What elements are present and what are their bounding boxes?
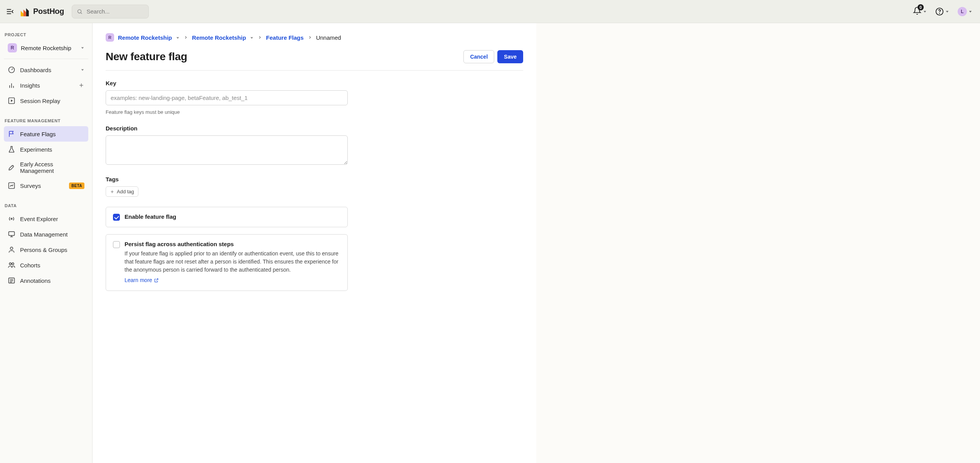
search-input[interactable] — [87, 8, 144, 15]
save-button[interactable]: Save — [497, 50, 523, 63]
nav-label: Data Management — [20, 231, 67, 238]
nav-label: Persons & Groups — [20, 247, 67, 253]
sidebar-item-event-explorer[interactable]: Event Explorer — [4, 211, 88, 226]
topbar-right: 0 L — [911, 5, 975, 18]
breadcrumb-org[interactable]: Remote Rocketship — [118, 34, 172, 41]
svg-rect-25 — [9, 231, 15, 235]
nav-label: Feature Flags — [20, 131, 56, 137]
caret-down-icon — [923, 10, 927, 14]
menu-toggle-button[interactable] — [5, 6, 15, 17]
logo[interactable]: PostHog — [20, 6, 64, 17]
flask-icon — [8, 145, 15, 153]
nav-label: Experiments — [20, 146, 52, 153]
add-tag-button[interactable]: Add tag — [106, 186, 138, 197]
nav-label: Annotations — [20, 277, 51, 284]
search-icon — [77, 8, 83, 15]
avatar: L — [958, 7, 967, 16]
plus-icon — [78, 82, 84, 88]
logo-mark-icon — [20, 6, 31, 17]
user-menu-button[interactable]: L — [956, 5, 974, 18]
breadcrumb-org-caret[interactable] — [176, 34, 180, 41]
caret-down-icon — [81, 46, 84, 50]
description-textarea[interactable] — [106, 135, 348, 165]
key-input[interactable] — [106, 90, 348, 105]
notification-count: 0 — [918, 4, 924, 10]
enable-flag-card: Enable feature flag — [106, 207, 348, 227]
persist-flag-checkbox[interactable] — [113, 241, 120, 248]
svg-point-6 — [78, 9, 81, 13]
project-badge: R — [8, 43, 17, 52]
nav-label: Session Replay — [20, 98, 60, 104]
chevron-right-icon — [258, 34, 262, 41]
sidebar-item-data-management[interactable]: Data Management — [4, 226, 88, 242]
breadcrumb-current: Unnamed — [316, 34, 341, 41]
play-square-icon — [8, 97, 15, 105]
breadcrumb: R Remote Rocketship Remote Rocketship Fe… — [106, 33, 523, 42]
list-icon — [8, 277, 15, 284]
persist-flag-label: Persist flag across authentication steps — [125, 241, 340, 247]
project-switcher[interactable]: R Remote Rocketship — [4, 40, 88, 56]
help-button[interactable] — [934, 6, 951, 17]
learn-more-link[interactable]: Learn more — [125, 276, 159, 284]
search-box[interactable] — [72, 5, 149, 19]
sidebar-item-early-access[interactable]: Early Access Management — [4, 157, 88, 178]
key-label: Key — [106, 80, 523, 86]
rocket-icon — [8, 164, 15, 171]
notifications-button[interactable]: 0 — [911, 5, 928, 18]
users-icon — [8, 261, 15, 269]
sidebar-item-annotations[interactable]: Annotations — [4, 273, 88, 288]
main: R Remote Rocketship Remote Rocketship Fe… — [93, 23, 536, 463]
plus-icon — [110, 189, 115, 194]
layout: PROJECT R Remote Rocketship Dashboards I… — [0, 23, 980, 463]
breadcrumb-section[interactable]: Feature Flags — [266, 34, 304, 41]
svg-marker-8 — [924, 11, 926, 12]
sidebar-heading-feature-management: FEATURE MANAGEMENT — [4, 115, 88, 126]
cancel-button[interactable]: Cancel — [463, 50, 494, 63]
divider — [4, 59, 88, 59]
title-row: New feature flag Cancel Save — [106, 50, 523, 63]
svg-marker-12 — [969, 11, 972, 12]
sidebar-heading-project: PROJECT — [4, 29, 88, 40]
chevron-right-icon — [184, 34, 188, 41]
topbar: PostHog 0 L — [0, 0, 980, 23]
caret-down-icon — [81, 68, 84, 72]
bar-chart-icon — [8, 81, 15, 89]
page-title: New feature flag — [106, 51, 187, 63]
sidebar-item-dashboards[interactable]: Dashboards — [4, 62, 88, 78]
sidebar-item-cohorts[interactable]: Cohorts — [4, 257, 88, 273]
tags-label: Tags — [106, 176, 523, 182]
nav-label: Early Access Management — [20, 161, 84, 174]
caret-down-icon — [176, 36, 180, 40]
brand-text: PostHog — [33, 7, 64, 16]
add-insight-button[interactable] — [78, 82, 84, 88]
broadcast-icon — [8, 215, 15, 223]
field-key: Key Feature flag keys must be unique — [106, 80, 523, 115]
sidebar-heading-data: DATA — [4, 200, 88, 211]
chart-line-icon — [8, 182, 15, 189]
beta-badge: BETA — [69, 182, 84, 189]
sidebar-item-session-replay[interactable]: Session Replay — [4, 93, 88, 108]
breadcrumb-project-caret[interactable] — [250, 34, 254, 41]
svg-marker-15 — [81, 69, 84, 71]
sidebar-item-experiments[interactable]: Experiments — [4, 142, 88, 157]
user-icon — [8, 246, 15, 253]
caret-down-icon — [945, 10, 949, 14]
sidebar-item-insights[interactable]: Insights — [4, 78, 88, 93]
breadcrumb-project[interactable]: Remote Rocketship — [192, 34, 246, 41]
enable-flag-checkbox[interactable] — [113, 214, 120, 221]
nav-label: Surveys — [20, 182, 41, 189]
nav-label: Insights — [20, 82, 40, 89]
sidebar-item-feature-flags[interactable]: Feature Flags — [4, 126, 88, 142]
svg-marker-13 — [81, 47, 84, 49]
breadcrumb-badge: R — [106, 33, 114, 42]
field-description: Description — [106, 125, 523, 166]
sidebar-item-persons-groups[interactable]: Persons & Groups — [4, 242, 88, 257]
flag-icon — [8, 130, 15, 138]
enable-flag-label: Enable feature flag — [125, 213, 176, 220]
external-link-icon — [154, 278, 159, 283]
svg-point-10 — [940, 13, 940, 14]
svg-marker-22 — [11, 100, 13, 102]
sidebar-item-surveys[interactable]: Surveys BETA — [4, 178, 88, 193]
persist-flag-description: If your feature flag is applied prior to… — [125, 250, 338, 273]
svg-marker-3 — [21, 11, 24, 16]
